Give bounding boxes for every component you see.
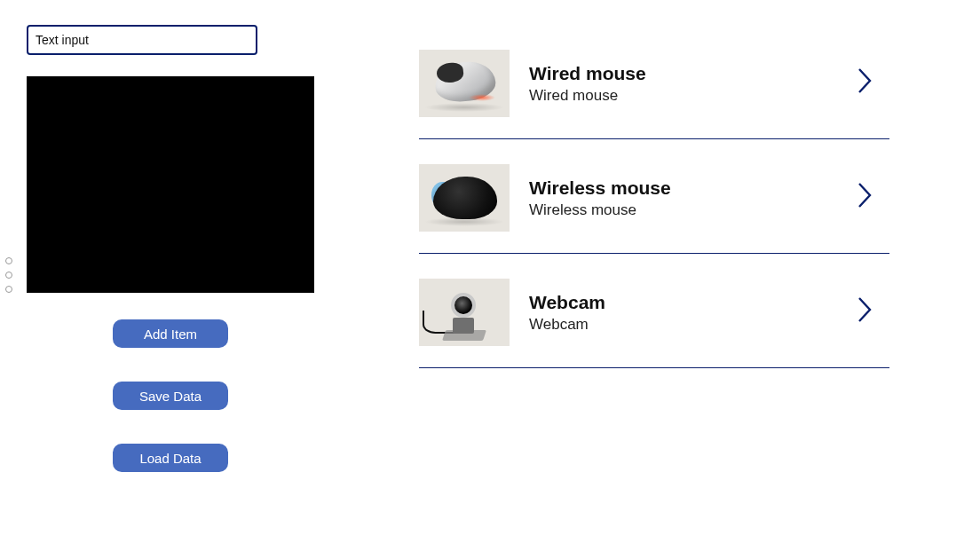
page-dot[interactable] [5,286,12,293]
page-dot[interactable] [5,272,12,279]
page-indicator-dots [5,257,12,293]
chevron-right-icon [856,295,875,328]
item-list: Wired mouse Wired mouse Wireless mouse W… [419,50,889,393]
item-title: Wired mouse [529,62,889,85]
item-title: Webcam [529,291,889,314]
list-item[interactable]: Wired mouse Wired mouse [419,50,889,139]
item-text: Wireless mouse Wireless mouse [529,177,889,219]
text-input[interactable] [27,25,257,55]
left-panel: Add Item Save Data Load Data [27,25,328,472]
item-subtitle: Webcam [529,316,889,334]
item-text: Webcam Webcam [529,291,889,334]
item-title: Wireless mouse [529,177,889,200]
chevron-right-icon [856,180,875,214]
item-subtitle: Wireless mouse [529,201,889,219]
wired-mouse-thumb [419,50,510,117]
add-item-button[interactable]: Add Item [113,319,228,348]
button-stack: Add Item Save Data Load Data [27,319,314,472]
page-dot[interactable] [5,257,12,264]
load-data-button[interactable]: Load Data [113,444,228,472]
chevron-right-icon [856,66,875,99]
list-item[interactable]: Webcam Webcam [419,279,889,368]
list-item[interactable]: Wireless mouse Wireless mouse [419,164,889,254]
wireless-mouse-thumb [419,164,510,232]
item-text: Wired mouse Wired mouse [529,62,889,105]
save-data-button[interactable]: Save Data [113,382,228,410]
webcam-thumb [419,279,510,346]
preview-image [27,76,314,293]
item-subtitle: Wired mouse [529,87,889,105]
